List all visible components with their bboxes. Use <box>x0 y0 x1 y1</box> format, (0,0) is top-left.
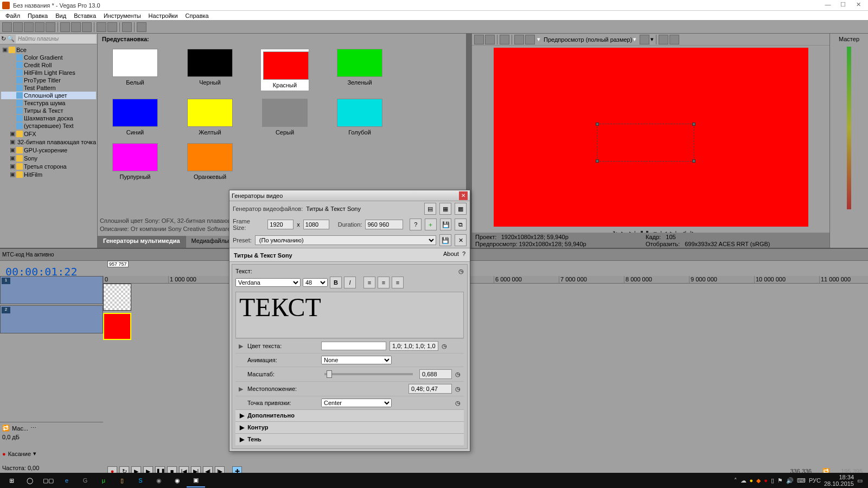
tb-snap[interactable] <box>122 22 132 32</box>
pv-ext[interactable] <box>474 35 484 44</box>
anchor-select[interactable]: Center <box>321 399 392 407</box>
clock-icon[interactable]: ◷ <box>455 386 461 393</box>
steam-icon[interactable]: ◉ <box>150 473 168 487</box>
text-selection-box[interactable] <box>597 124 694 162</box>
clock[interactable]: 18:3428.10.2015 <box>824 474 854 487</box>
tree-root[interactable]: ▣Все <box>1 46 96 54</box>
tree-item[interactable]: Шахматная доска <box>1 114 96 122</box>
tray-up-icon[interactable]: ˄ <box>734 477 737 484</box>
tree-item[interactable]: ProType Titler <box>1 76 96 84</box>
keyboard-icon[interactable]: ⌨ <box>797 477 806 484</box>
menu-view[interactable]: Вид <box>52 11 69 20</box>
menu-settings[interactable]: Настройки <box>145 11 181 20</box>
skype-icon[interactable]: S <box>131 473 150 487</box>
text-preview[interactable]: ТЕКСТ <box>235 292 464 338</box>
tb-props[interactable] <box>46 22 55 32</box>
align-center-button[interactable]: ≡ <box>378 277 390 288</box>
tray-icon[interactable]: ▯ <box>771 477 774 484</box>
vegas-task-icon[interactable]: ▣ <box>187 473 205 487</box>
expand-advanced[interactable]: ▶ Дополнительно <box>235 409 464 421</box>
pv-cp[interactable] <box>659 35 668 44</box>
save-icon[interactable]: 💾 <box>440 219 452 230</box>
preset-Желтый[interactable]: Желтый <box>186 99 234 136</box>
tree-cat[interactable]: ▣Третья сторона <box>1 162 96 170</box>
tb-render[interactable] <box>35 22 44 32</box>
preset-Белый[interactable]: Белый <box>111 49 159 91</box>
location-value[interactable] <box>409 384 452 394</box>
track-header-1[interactable]: 1 <box>0 276 103 304</box>
frame-width-input[interactable] <box>267 220 293 229</box>
ext-icon[interactable]: ⧉ <box>455 219 467 230</box>
bold-button[interactable]: B <box>330 277 342 288</box>
tree-item[interactable]: HitFilm Light Flares <box>1 69 96 76</box>
refresh-icon[interactable]: ↻ <box>1 35 6 42</box>
tree-cat[interactable]: ▣Sony <box>1 154 96 162</box>
tb-cut[interactable] <box>60 22 70 32</box>
view3-icon[interactable]: ▩ <box>455 203 467 215</box>
pv-a[interactable] <box>514 35 524 44</box>
ruler[interactable]: 01 000 0002 000 0003 000 0004 000 0005 0… <box>103 276 868 284</box>
pv-split[interactable] <box>485 35 495 44</box>
tree-item[interactable]: Текстура шума <box>1 99 96 107</box>
preset-Красный[interactable]: Красный <box>260 49 309 91</box>
menu-file[interactable]: Файл <box>2 11 23 20</box>
tb-redo[interactable] <box>107 22 117 32</box>
tb-open[interactable] <box>13 22 23 32</box>
clock-icon[interactable]: ◷ <box>455 400 461 407</box>
tree-item[interactable]: Color Gradient <box>1 54 96 61</box>
tree-cat[interactable]: ▣OFX <box>1 130 96 138</box>
preset-Синий[interactable]: Синий <box>111 99 159 136</box>
add-icon[interactable]: ＋ <box>425 219 437 230</box>
tree-item-solid-color[interactable]: Сплошной цвет <box>1 92 96 99</box>
tree-item[interactable]: (устаревшее) Text <box>1 122 96 130</box>
tb-paste[interactable] <box>82 22 92 32</box>
expand-shadow[interactable]: ▶ Тень <box>235 433 464 445</box>
menu-insert[interactable]: Вставка <box>71 11 99 20</box>
app-icon[interactable]: G <box>76 473 94 487</box>
expand-icon[interactable]: ▶ <box>239 386 244 393</box>
preset-Пурпурный[interactable]: Пурпурный <box>111 143 159 180</box>
scale-slider[interactable] <box>324 373 413 375</box>
tray-icon[interactable]: ☁ <box>741 477 746 484</box>
tray-icon[interactable]: ⚑ <box>777 477 783 484</box>
font-select[interactable]: Verdana <box>235 278 301 287</box>
preset-Серый[interactable]: Серый <box>260 99 309 136</box>
color-value[interactable] <box>390 341 438 351</box>
clock-icon[interactable]: ◷ <box>458 268 464 275</box>
pv-fx[interactable] <box>500 35 509 44</box>
volume-icon[interactable]: 🔊 <box>786 477 794 484</box>
dialog-close-icon[interactable]: ✕ <box>459 191 468 200</box>
clip-solid-red[interactable] <box>103 313 131 340</box>
tree-cat[interactable]: ▣HitFilm <box>1 170 96 178</box>
search-input[interactable] <box>16 35 96 43</box>
menu-help[interactable]: Справка <box>182 11 212 20</box>
align-left-button[interactable]: ≡ <box>363 277 375 288</box>
duration-input[interactable] <box>365 220 403 229</box>
tree-item[interactable]: Credit Roll <box>1 61 96 69</box>
tb-undo[interactable] <box>97 22 106 32</box>
animation-select[interactable]: None <box>321 356 392 364</box>
delete-preset-icon[interactable]: ✕ <box>455 234 467 246</box>
pv-sv[interactable] <box>669 35 679 44</box>
track-header-2[interactable]: 2 <box>0 305 103 333</box>
tb-copy[interactable] <box>71 22 81 32</box>
clock-icon[interactable]: ◷ <box>442 343 447 350</box>
menu-tools[interactable]: Инструменты <box>100 11 144 20</box>
preview-canvas[interactable] <box>494 48 808 227</box>
tray-icon[interactable]: ● <box>750 477 754 484</box>
preview-mode[interactable]: Предпросмотр (полный размер) <box>544 36 632 43</box>
expand-outline[interactable]: ▶ Контур <box>235 421 464 433</box>
maximize-button[interactable]: ☐ <box>835 1 851 10</box>
close-button[interactable]: ✕ <box>851 1 866 10</box>
preset-Зеленый[interactable]: Зеленый <box>335 49 384 91</box>
expand-icon[interactable]: ▶ <box>239 343 244 350</box>
view1-icon[interactable]: ▤ <box>424 203 436 215</box>
scale-value[interactable] <box>419 369 452 379</box>
menu-edit[interactable]: Правка <box>24 11 51 20</box>
text-color-swatch[interactable] <box>321 342 386 350</box>
frame-height-input[interactable] <box>303 220 329 229</box>
tree-item[interactable]: Титры & Текст <box>1 107 96 114</box>
lang-indicator[interactable]: РУС <box>809 477 821 484</box>
tree-item[interactable]: Test Pattern <box>1 84 96 92</box>
help-icon[interactable]: ? <box>410 219 422 230</box>
